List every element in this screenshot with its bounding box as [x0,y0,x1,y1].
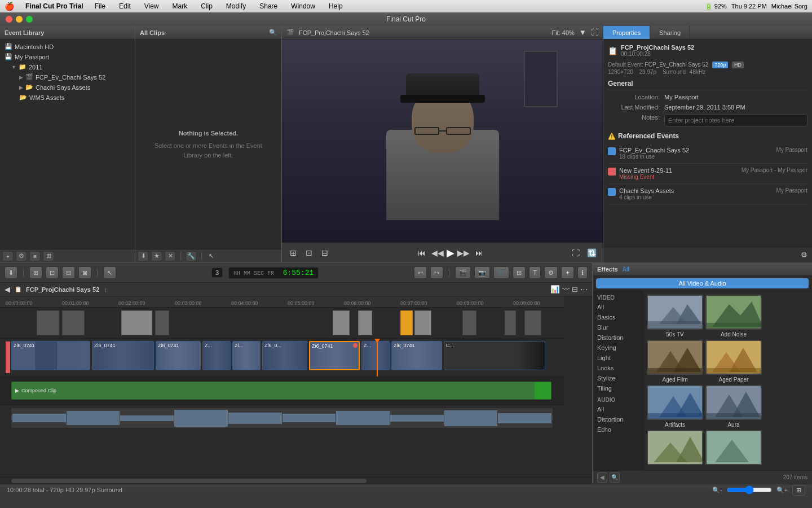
prev-project-button[interactable]: ◀ [5,285,10,294]
effects-cat-audio-distortion[interactable]: Distortion [593,414,643,424]
upper-clip-6[interactable] [358,310,372,335]
step-back-button[interactable]: ◀◀ [431,246,444,260]
effects-cat-blur[interactable]: Blur [593,322,643,332]
zoom-in-icon[interactable]: 🔍+ [776,487,788,494]
video-clip-9[interactable]: Zi6_0741 [391,341,442,370]
zoom-out-icon[interactable]: 🔍- [712,487,722,494]
minimize-button[interactable] [16,16,23,23]
append-button[interactable]: ⊟ [62,266,75,279]
scrollbar-thumb[interactable] [11,479,367,483]
list-view-button[interactable]: ≡ [29,251,41,261]
effects-cat-all[interactable]: All [593,302,643,312]
video-clip-6[interactable]: Zi6_0... [262,341,307,370]
upper-clip-9[interactable] [462,310,476,335]
effects-cat-light[interactable]: Light [593,353,643,363]
more-button[interactable]: ⋯ [580,285,588,294]
zoom-slider[interactable] [727,485,772,494]
audio-button[interactable]: 🎵 [493,266,509,279]
effect-aged-paper[interactable]: Aged Paper [705,340,762,383]
video-clip-1[interactable]: Zi6_0741 [11,341,90,370]
properties-gear-button[interactable]: ⚙ [801,251,807,259]
tab-properties[interactable]: Properties [603,26,650,39]
connection-button[interactable]: ⊞ [29,266,42,279]
viewer-fullscreen-button[interactable]: ⛶ [591,28,598,37]
upper-clip-1[interactable] [37,310,59,335]
upper-clip-2[interactable] [62,310,85,335]
menu-view[interactable]: View [142,2,161,11]
menu-edit[interactable]: Edit [117,2,133,11]
star-button[interactable]: ★ [151,251,162,261]
effect-artifacts[interactable]: Artifacts [647,385,703,428]
clip-range-button[interactable]: ⊡ [302,246,316,260]
redo-button[interactable]: ↪ [430,266,443,279]
tab-sharing[interactable]: Sharing [650,26,690,39]
menu-mark[interactable]: Mark [170,2,190,11]
import-button[interactable]: ⬇ [138,251,149,261]
effects-all-label[interactable]: All [623,266,629,273]
menu-help[interactable]: Help [326,2,345,11]
effects-cat-keying[interactable]: Keying [593,343,643,353]
close-button[interactable] [6,16,12,23]
generator-button[interactable]: ⚙ [544,266,558,279]
upper-clip-5[interactable] [333,310,350,335]
video-clip-8[interactable]: Z... [361,341,390,370]
ref-event-1[interactable]: FCP_Ev_Chachi Says 52 18 clips in use My… [608,143,807,164]
menu-file[interactable]: File [92,2,108,11]
playhead[interactable] [377,339,378,376]
upper-clip-7-active[interactable] [400,310,413,335]
upper-clip-10[interactable] [505,310,516,335]
viewer-options-button[interactable]: ▼ [579,28,586,37]
library-item-my-passport[interactable]: 💾 My Passport [0,52,135,62]
clip-appearance-button[interactable]: 🔧 [186,251,197,261]
effect-add-noise[interactable]: Add Noise [705,295,762,338]
video-clip-4[interactable]: Z... [202,341,231,370]
play-button[interactable]: ▶ [447,247,454,259]
all-video-audio-label[interactable]: All Video & Audio [596,278,809,288]
prev-frame-button[interactable]: ⏮ [415,246,429,260]
effect-aura[interactable]: Aura [705,385,762,428]
video-clip-7-active[interactable]: Zi6_0741 [309,341,360,370]
step-forward-button[interactable]: ▶▶ [457,246,470,260]
library-item-2011[interactable]: ▼ 📁 2011 [0,62,135,72]
audio-meter-button[interactable]: 📊 [550,285,560,294]
reject-button[interactable]: ✕ [165,251,176,261]
effect-bottom1[interactable] [647,430,703,467]
maximize-button[interactable] [26,16,33,23]
effects-cat-looks[interactable]: Looks [593,363,643,373]
apple-menu[interactable]: 🍎 [5,2,14,11]
clip-height-button[interactable]: ⊟ [572,285,578,294]
all-video-audio-button[interactable]: All Video & Audio [593,276,812,291]
effect-50s-tv[interactable]: 50s TV [647,295,703,338]
effects-cat-basics[interactable]: Basics [593,312,643,322]
insert-button[interactable]: ⊡ [46,266,59,279]
effects-prev-button[interactable]: ◀ [597,472,607,483]
effect-aged-film[interactable]: Aged Film [647,340,703,383]
add-event-button[interactable]: + [2,251,14,261]
compound-clip[interactable]: ▶ Compound Clip [11,382,551,400]
menu-share[interactable]: Share [257,2,280,11]
upper-clip-4[interactable] [155,310,169,335]
gear-button[interactable]: ⚙ [16,251,27,261]
import-media-button[interactable]: ⬇ [5,266,17,279]
notes-input[interactable] [664,114,807,126]
library-item-wms-assets[interactable]: 📂 WMS Assets [0,93,135,103]
grid-view-button[interactable]: ⊞ [43,251,54,261]
undo-button[interactable]: ↩ [414,266,427,279]
library-item-fcp-ev[interactable]: ▶ 🎬 FCP_Ev_Chachi Says 52 [0,72,135,82]
fit-button[interactable]: ⊞ [792,485,805,496]
video-clip-10[interactable]: C... [444,341,545,370]
effects-button[interactable]: ✦ [561,266,574,279]
video-clip-3[interactable]: Zi6_0741 [156,341,201,370]
library-item-macintosh-hd[interactable]: 💾 Macintosh HD [0,42,135,52]
trim-button[interactable]: ⊟ [318,246,332,260]
waveform-button[interactable]: 〰 [562,285,570,294]
effect-bottom2[interactable] [705,430,762,467]
transition-button[interactable]: ⊞ [513,266,526,279]
effects-cat-audio-all[interactable]: All [593,404,643,414]
horizontal-scrollbar[interactable] [0,477,592,484]
upper-clip-3[interactable] [121,310,152,335]
upper-clip-8[interactable] [414,310,431,335]
effects-cat-stylize[interactable]: Stylize [593,373,643,383]
effects-search-button[interactable]: 🔍 [610,472,620,483]
upper-clip-11[interactable] [524,310,541,335]
